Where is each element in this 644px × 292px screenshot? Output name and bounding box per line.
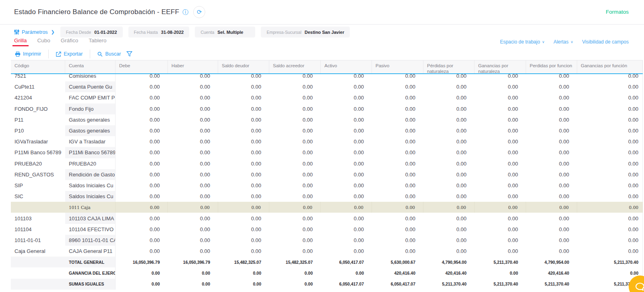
table-row[interactable]: CuPte11Cuenta Puente Gu0.000.000.000.000… [11,81,643,92]
search-button[interactable]: Buscar [97,51,122,57]
group-codigo-cell [11,202,65,213]
parameter-chip[interactable]: Cuenta Sel. Multiple [195,27,255,37]
table-row[interactable]: SIPSaldos Iniciales Cu0.000.000.000.000.… [11,180,643,191]
chevron-right-icon: ❯ [51,29,55,35]
table-row[interactable]: P11Gastos generales0.000.000.000.000.000… [11,114,643,125]
column-header[interactable]: Pasivo [372,60,423,73]
grid-body: 7521Comisiones0.000.000.000.000.000.000.… [11,74,643,290]
value-cell: 0.00 [577,136,643,147]
table-row[interactable]: Caja GeneralCAJA General P110.000.000.00… [11,246,643,257]
value-cell: 0.00 [423,224,475,235]
value-cell: 0.00 [423,169,475,180]
column-header[interactable]: Ganancias por naturaleza [475,60,526,73]
parameters-label: Parámetros [22,29,48,35]
summary-row[interactable]: TOTAL GENERAL16,050,396.7916,050,396.791… [11,257,643,267]
column-header[interactable]: Saldo acreedor [269,60,321,73]
summary-row[interactable]: SUMAS IGUALES0.000.000.000.006,050,417.0… [11,279,643,290]
filter-button[interactable] [126,51,132,57]
column-header[interactable]: Haber [168,60,218,73]
codigo-cell: 421204 [11,92,65,103]
value-cell: 0.00 [218,74,269,81]
value-cell: 0.00 [577,224,643,235]
view-link[interactable]: Alertas∨ [553,39,573,45]
summary-codigo-cell [11,279,65,290]
value-cell: 0.00 [116,191,168,202]
value-cell: 0.00 [577,246,643,257]
column-header[interactable]: Ganancias por función [577,60,643,73]
parameter-chip[interactable]: Fecha Hasta 31-08-2022 [128,27,190,37]
value-cell: 0.00 [168,147,218,158]
table-row[interactable]: FONDO_FIJOFondo Fijo0.000.000.000.000.00… [11,104,643,114]
table-row[interactable]: 101104101104 EFECTIVO E0.000.000.000.000… [11,224,643,235]
grid-toolbar: Imprimir Exportar Buscar [14,48,132,60]
codigo-cell: P10 [11,125,65,136]
value-cell: 0.00 [269,169,321,180]
value-cell: 4,790,954.00 [526,257,577,267]
tab-grilla[interactable]: Grilla [14,37,27,46]
table-row[interactable]: 421204FAC COMP EMIT P0.000.000.000.000.0… [11,92,643,103]
table-row[interactable]: IGVaTrasladarIGV a Trasladar0.000.000.00… [11,136,643,147]
formatos-link[interactable]: Formatos [606,9,629,15]
value-cell: 0.00 [218,104,269,114]
parameters-button[interactable]: Parámetros ❯ [14,29,55,35]
tab-gráfico[interactable]: Gráfico [61,37,78,46]
value-cell: 0.00 [321,191,372,202]
value-cell: 0.00 [372,169,423,180]
column-header[interactable]: Activo [321,60,372,73]
value-cell: 0.00 [321,81,372,92]
value-cell: 0.00 [372,213,423,224]
column-header[interactable]: Código [11,60,65,73]
value-cell: 0.00 [116,169,168,180]
column-header[interactable]: Cuenta [65,60,116,73]
value-cell: 0.00 [423,202,475,213]
value-cell: 0.00 [116,74,168,81]
summary-row[interactable]: GANANCIA DEL EJERCIC0.000.000.000.000.00… [11,267,643,278]
table-row[interactable]: PRUEBA20PRUEBA200.000.000.000.000.000.00… [11,158,643,169]
table-row[interactable]: REND_GASTOSRendición de Gasto0.000.000.0… [11,169,643,180]
tab-tablero[interactable]: Tablero [89,37,106,46]
table-row[interactable]: P10Gastos generales0.000.000.000.000.000… [11,125,643,136]
value-cell: 0.00 [269,202,321,213]
view-link[interactable]: Visibilidad de campos [582,39,629,45]
parameter-chip[interactable]: Fecha Desde 01-01-2022 [60,27,123,37]
tab-cubo[interactable]: Cubo [37,37,50,46]
column-header[interactable]: Perdidas por funcion [526,60,577,73]
value-cell: 0.00 [168,104,218,114]
value-cell: 0.00 [116,180,168,191]
column-header[interactable]: Pérdidas por naturaleza [423,60,475,73]
value-cell: 0.00 [116,267,168,278]
view-link-label: Visibilidad de campos [582,39,629,45]
refresh-button[interactable]: ⟳ [193,6,205,18]
group-row[interactable]: 1011 Caja0.000.000.000.000.000.000.000.0… [11,202,643,213]
info-icon[interactable]: ⓘ [182,8,188,16]
table-row[interactable]: 1011-01-018960 1011-01-01 CA0.000.000.00… [11,235,643,246]
chip-value: Destino San Javier [305,30,344,35]
table-row[interactable]: 7521Comisiones0.000.000.000.000.000.000.… [11,74,643,81]
value-cell: 0.00 [475,104,526,114]
value-cell: 0.00 [321,114,372,125]
parameter-chip[interactable]: Empresa-Sucursal Destino San Javier [261,27,350,37]
column-header[interactable]: Debe [116,60,168,73]
summary-label: TOTAL GENERAL [65,257,116,267]
view-link[interactable]: Espacio de trabajo∨ [500,39,545,45]
table-row[interactable]: 101103101103 CAJA LIMA N0.000.000.000.00… [11,213,643,224]
value-cell: 0.00 [321,136,372,147]
app-window: Estado Financiero Balance de Comprobació… [0,0,644,292]
column-header[interactable]: Saldo deudor [218,60,269,73]
print-button[interactable]: Imprimir [14,51,42,57]
value-cell: 0.00 [372,74,423,81]
table-row[interactable]: SICSaldos Iniciales Cu0.000.000.000.000.… [11,191,643,202]
value-cell: 0.00 [372,246,423,257]
table-row[interactable]: P11Mi Banco 56789P11Mi Banco 567890.000.… [11,147,643,158]
export-button[interactable]: Exportar [55,51,83,57]
value-cell: 15,482,325.07 [269,257,321,267]
cuenta-cell: FAC COMP EMIT P [65,92,116,103]
value-cell: 5,211,370.40 [577,257,643,267]
value-cell: 0.00 [269,114,321,125]
value-cell: 0.00 [116,158,168,169]
value-cell: 0.00 [526,136,577,147]
value-cell: 0.00 [526,125,577,136]
value-cell: 16,050,396.79 [116,257,168,267]
value-cell: 0.00 [526,191,577,202]
value-cell: 5,211,370.40 [423,279,475,290]
